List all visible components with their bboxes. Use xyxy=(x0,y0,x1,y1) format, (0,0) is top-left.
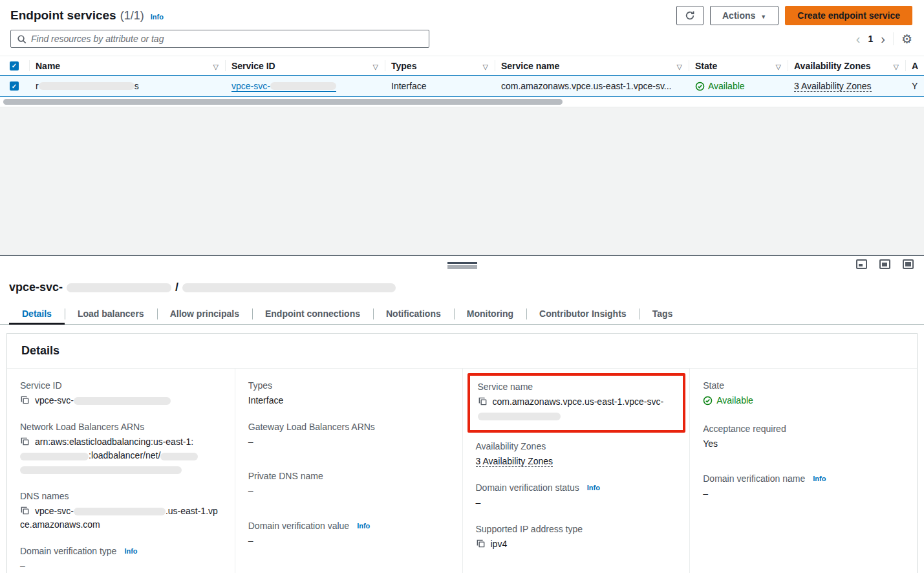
tab-tags[interactable]: Tags xyxy=(639,303,686,324)
table-header: Name Service ID Types Service name State… xyxy=(0,56,924,75)
page-number[interactable]: 1 xyxy=(868,34,873,44)
field-dns-names: DNS names vpce-svc-.us-east-1.vpce.amazo… xyxy=(20,491,222,532)
column-types: Types xyxy=(391,61,416,71)
search-input[interactable] xyxy=(31,34,423,44)
panel-layout-controls xyxy=(856,259,914,269)
highlight-box: Service name com.amazonaws.vpce.us-east-… xyxy=(467,373,686,433)
tab-bar: Details Load balancers Allow principals … xyxy=(0,303,924,325)
field-glb-arns: Gateway Load Balancers ARNs – xyxy=(248,422,449,449)
details-column-1: Service ID vpce-svc- Network Load Balanc… xyxy=(7,369,235,573)
panel-title: vpce-svc- / xyxy=(0,273,924,294)
details-column-4: State Available Acceptance required Yes xyxy=(689,369,917,573)
copy-icon[interactable] xyxy=(20,395,30,405)
content-background xyxy=(0,107,924,255)
field-state: State Available xyxy=(703,380,904,410)
details-card: Details Service ID vpce-svc- Network Loa… xyxy=(6,333,918,573)
page-title-text: Endpoint services xyxy=(10,8,116,23)
header-checkbox[interactable] xyxy=(10,61,19,70)
info-link[interactable]: Info xyxy=(357,522,370,530)
field-nlb-arns: Network Load Balancers ARNs arn:aws:elas… xyxy=(20,422,222,477)
gear-icon[interactable] xyxy=(901,32,912,47)
page-title: Endpoint services (1/1) Info xyxy=(10,8,164,23)
field-types: Types Interface xyxy=(248,380,449,408)
row-checkbox[interactable] xyxy=(10,81,19,91)
field-domain-verification-value: Domain verification valueInfo – xyxy=(248,521,449,548)
actions-button-label: Actions xyxy=(722,10,755,21)
page-header: Endpoint services (1/1) Info Actions Cre… xyxy=(0,0,924,28)
scrollbar-thumb[interactable] xyxy=(3,99,563,105)
copy-icon[interactable] xyxy=(478,396,488,406)
refresh-button[interactable] xyxy=(676,6,704,25)
split-panel: vpce-svc- / Details Load balancers Allow… xyxy=(0,255,924,573)
details-body: Service ID vpce-svc- Network Load Balanc… xyxy=(7,369,917,573)
filter-icon[interactable] xyxy=(894,61,899,71)
redacted-title-name xyxy=(182,283,396,292)
split-panel-maximize-icon[interactable] xyxy=(903,259,914,269)
tab-details[interactable]: Details xyxy=(9,303,65,324)
details-column-3: Service name com.amazonaws.vpce.us-east-… xyxy=(462,369,690,573)
column-acceptance-cut: A xyxy=(912,61,918,71)
redacted-lb-name xyxy=(160,453,198,460)
copy-icon[interactable] xyxy=(476,539,486,548)
field-domain-verification-status: Domain verification statusInfo – xyxy=(476,482,677,510)
filter-icon[interactable] xyxy=(776,61,781,71)
tab-monitoring[interactable]: Monitoring xyxy=(454,303,526,324)
filter-icon[interactable] xyxy=(373,61,378,71)
filter-icon[interactable] xyxy=(213,61,219,71)
horizontal-scrollbar[interactable] xyxy=(0,97,924,107)
field-availability-zones: Availability Zones 3 Availability Zones xyxy=(476,441,677,469)
split-panel-side-icon[interactable] xyxy=(879,259,890,269)
column-availability-zones: Availability Zones xyxy=(794,61,871,71)
table-controls: 1 xyxy=(0,28,924,49)
tab-load-balancers[interactable]: Load balancers xyxy=(65,303,157,324)
availability-zones-link[interactable]: 3 Availability Zones xyxy=(794,81,872,92)
field-private-dns-name: Private DNS name – xyxy=(248,471,449,499)
cell-name: rs xyxy=(29,76,225,96)
availability-zones-link[interactable]: 3 Availability Zones xyxy=(476,456,553,467)
cell-state: Available xyxy=(708,81,745,91)
header-toolbar: Actions Create endpoint service xyxy=(676,6,912,25)
field-supported-ip-type: Supported IP address type ipv4 xyxy=(476,524,677,552)
chevron-left-icon[interactable] xyxy=(856,32,861,45)
redacted-name xyxy=(39,82,134,90)
search-icon xyxy=(17,34,27,44)
status-available-icon xyxy=(703,396,713,405)
info-link[interactable]: Info xyxy=(587,484,600,492)
redacted-account-id xyxy=(20,453,89,460)
copy-icon[interactable] xyxy=(20,506,30,515)
title-info-link[interactable]: Info xyxy=(151,13,164,21)
tab-allow-principals[interactable]: Allow principals xyxy=(157,303,252,324)
tab-endpoint-connections[interactable]: Endpoint connections xyxy=(252,303,373,324)
pager-divider xyxy=(893,32,894,45)
cell-types: Interface xyxy=(391,81,426,91)
column-state: State xyxy=(695,61,717,71)
info-link[interactable]: Info xyxy=(813,475,826,482)
tab-contributor-insights[interactable]: Contributor Insights xyxy=(526,303,639,324)
filter-icon[interactable] xyxy=(677,61,682,71)
redacted-lb-id xyxy=(20,466,182,474)
pagination: 1 xyxy=(856,32,912,47)
create-endpoint-service-button[interactable]: Create endpoint service xyxy=(785,6,912,25)
filter-icon[interactable] xyxy=(483,61,488,71)
split-panel-bar xyxy=(0,256,924,273)
chevron-right-icon[interactable] xyxy=(881,32,885,45)
search-box[interactable] xyxy=(10,30,429,48)
endpoint-services-page: Endpoint services (1/1) Info Actions Cre… xyxy=(0,0,924,573)
redacted-dns-id xyxy=(74,508,166,515)
tab-notifications[interactable]: Notifications xyxy=(373,303,454,324)
actions-button[interactable]: Actions xyxy=(710,6,779,25)
redacted-title-id xyxy=(67,283,171,292)
status-available-icon xyxy=(695,81,705,91)
field-service-id: Service ID vpce-svc- xyxy=(20,380,222,408)
cell-acceptance-cut: Y xyxy=(912,81,918,91)
table-row[interactable]: rs vpce-svc- Interface com.amazonaws.vpc… xyxy=(0,75,924,97)
copy-icon[interactable] xyxy=(20,437,30,446)
details-heading: Details xyxy=(7,334,917,369)
info-link[interactable]: Info xyxy=(124,547,137,555)
split-panel-drag-handle[interactable] xyxy=(447,262,477,269)
service-id-link[interactable]: vpce-svc- xyxy=(231,81,336,92)
column-name: Name xyxy=(36,61,60,71)
caret-down-icon xyxy=(760,10,766,21)
split-panel-bottom-icon[interactable] xyxy=(856,259,867,269)
resource-count: (1/1) xyxy=(120,9,144,23)
